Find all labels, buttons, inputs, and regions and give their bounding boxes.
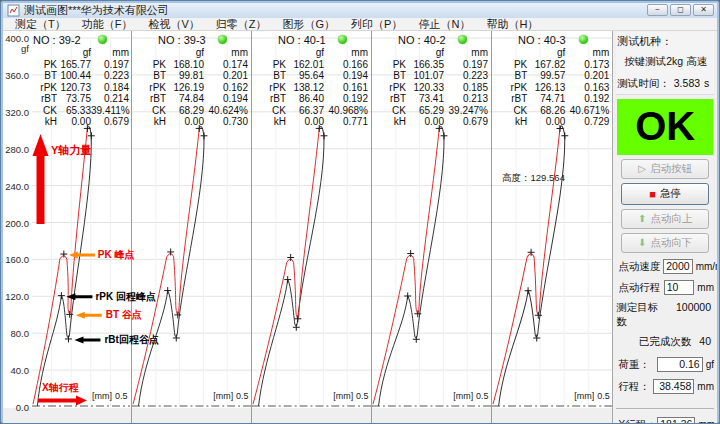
machine-type-label: 测试机种： <box>617 34 713 49</box>
measure-row-PK: PK167.820.173 <box>497 59 609 71</box>
measure-row-rPK: rPK126.130.163 <box>497 82 609 94</box>
menu-item-4[interactable]: 归零（Z） <box>208 18 275 30</box>
datapoint-cross <box>88 132 95 139</box>
measurements-table: gfmmPK166.350.197BT101.070.223rPK120.330… <box>376 47 488 128</box>
status-led <box>338 35 347 44</box>
measurements-table: gfmmPK165.770.197BT100.440.223rPK120.730… <box>31 47 129 128</box>
measure-row-rBT: rBT73.410.213 <box>376 93 488 105</box>
measure-row-PK: PK162.010.166 <box>256 59 368 71</box>
chart-region: NO : 39-2 [mm]0.5Y轴力量PK 峰点rPK 回程峰点BT 谷点r… <box>3 31 612 423</box>
menu-item-2[interactable]: 功能（F） <box>74 18 141 30</box>
menubar: 测定（T）功能（F）检视（V）归零（Z）图形（G）列印（P）停止（N）帮助（H） <box>3 18 717 31</box>
measure-row-PK: PK165.770.197 <box>31 59 129 71</box>
menu-item-5[interactable]: 图形（G） <box>275 18 344 30</box>
jog-speed-input[interactable]: 2000 <box>663 259 692 274</box>
datapoint-cross <box>293 324 300 331</box>
col-header-mm: mm <box>324 47 368 59</box>
menu-item-8[interactable]: 帮助（H） <box>478 18 546 30</box>
chart-panel-39-3: NO : 39-3 [mm]0.5 gfmmPK168.100.174BT99.… <box>132 31 252 423</box>
y-axis-tick: 280.0 <box>3 145 29 155</box>
datapoint-cross <box>201 132 208 139</box>
y-axis-tick: 0.0 <box>3 403 29 413</box>
stroke-row: 行程： 38.458 mm <box>616 379 714 394</box>
x-stroke-label: X行程： <box>618 418 654 424</box>
measure-row-PK: PK168.100.174 <box>136 59 248 71</box>
col-header-mm: mm <box>444 47 488 59</box>
x-axis-end-label: 0.5 <box>476 391 488 401</box>
test-time-value: 3.583 <box>674 77 700 91</box>
x-axis-unit-label: [mm] <box>574 391 594 401</box>
machine-info-section: 测试机种： 按键测试2kg 高速 测试时间： 3.583 s <box>616 31 714 95</box>
annotation-pk: PK 峰点 <box>98 249 135 260</box>
load-row: 荷重： 0.16 gf <box>616 357 714 372</box>
datapoint-cross <box>58 292 65 299</box>
press-curve <box>373 128 439 404</box>
press-curve <box>493 128 560 404</box>
sidebar: 测试机种： 按键测试2kg 高速 测试时间： 3.583 s OK ▷ 启动按钮… <box>612 31 717 423</box>
menu-item-1[interactable]: 测定（T） <box>7 18 74 30</box>
maximize-button[interactable]: ◻ <box>670 4 691 16</box>
datapoint-cross <box>441 132 448 139</box>
menu-item-6[interactable]: 列印（P） <box>343 18 410 30</box>
menu-item-7[interactable]: 停止（N） <box>410 18 478 30</box>
x-axis-end-label: 0.5 <box>115 391 128 401</box>
jog-stroke-label: 点动行程 <box>618 281 660 295</box>
datapoint-cross <box>525 287 532 294</box>
y-axis-arrow-icon <box>33 134 49 224</box>
measure-row-CK: CK68.2640.671% <box>497 105 609 117</box>
measurements-table: gfmmPK162.010.166BT95.640.194rPK138.120.… <box>256 47 368 128</box>
jog-speed-row: 点动速度 2000 mm/m <box>616 259 714 274</box>
menu-item-3[interactable]: 检视（V） <box>140 18 207 30</box>
measure-row-kH: kH0.000.679 <box>376 116 488 128</box>
done-count-label: 已完成次数 <box>639 335 692 349</box>
annotation-x-axis: X轴行程 <box>42 382 79 393</box>
table-col-headers: gfmm <box>376 47 488 59</box>
load-value-box: 0.16 <box>657 357 703 372</box>
measure-row-BT: BT101.070.223 <box>376 70 488 82</box>
col-header-gf: gf <box>286 47 324 59</box>
target-count-row: 测定目标数 100000 <box>616 301 714 329</box>
measure-row-BT: BT99.570.201 <box>497 70 609 82</box>
col-header-mm: mm <box>565 47 609 59</box>
x-axis-end-label: 0.5 <box>356 391 368 401</box>
table-col-headers: gfmm <box>31 47 129 59</box>
chart-panel-39-2: NO : 39-2 [mm]0.5Y轴力量PK 峰点rPK 回程峰点BT 谷点r… <box>3 31 132 423</box>
col-header-gf: gf <box>166 47 204 59</box>
x-stroke-row: X行程： 181.36 mm <box>616 417 714 423</box>
measure-row-kH: kH0.000.729 <box>497 116 609 128</box>
measure-row-CK: CK68.2940.624% <box>136 105 248 117</box>
close-button[interactable]: ✕ <box>693 4 714 16</box>
annotation-rpk: rPK 回程峰点 <box>95 291 156 302</box>
col-header-gf: gf <box>527 47 565 59</box>
test-time-label: 测试时间： <box>617 77 670 91</box>
titlebar[interactable]: 测试画图***华为技术有限公司 − ◻ ✕ <box>3 3 717 18</box>
jog-stroke-input[interactable]: 10 <box>664 280 695 295</box>
measure-row-rBT: rBT74.710.192 <box>497 93 609 105</box>
annotation-arrow-left <box>76 312 102 319</box>
measure-row-PK: PK166.350.197 <box>376 59 488 71</box>
col-header-gf: gf <box>57 47 91 59</box>
target-count-value: 100000 <box>676 301 711 329</box>
jog-up-button: ⬆ 点动向上 <box>621 209 709 229</box>
panel-number: NO : 40-1 <box>278 34 371 46</box>
window-controls: − ◻ ✕ <box>647 4 714 16</box>
measure-row-rPK: rPK126.190.162 <box>136 82 248 94</box>
estop-button[interactable]: ■ 急停 <box>621 183 709 205</box>
jog-up-label: 点动向上 <box>650 212 692 226</box>
datapoint-cross <box>173 334 180 341</box>
measure-row-kH: kH0.000.679 <box>31 116 129 128</box>
status-led <box>458 35 467 44</box>
main-content: NO : 39-2 [mm]0.5Y轴力量PK 峰点rPK 回程峰点BT 谷点r… <box>3 31 717 423</box>
x-stroke-unit: mm <box>698 419 715 423</box>
status-led <box>218 35 227 44</box>
return-curve <box>139 126 204 406</box>
jog-speed-unit: mm/m <box>696 261 717 272</box>
panel-number: NO : 39-3 <box>158 34 251 46</box>
return-curve <box>499 126 565 406</box>
play-icon: ▷ <box>638 164 646 174</box>
chart-panel-40-3: NO : 40-3 [mm]0.5高度：129.564 gfmmPK167.82… <box>492 31 612 423</box>
app-window: 测试画图***华为技术有限公司 − ◻ ✕ 测定（T）功能（F）检视（V）归零（… <box>0 0 720 424</box>
chart-panel-40-2: NO : 40-2 [mm]0.5 gfmmPK166.350.197BT101… <box>372 31 492 423</box>
minimize-button[interactable]: − <box>647 4 668 16</box>
sidebar-divider <box>616 408 714 409</box>
